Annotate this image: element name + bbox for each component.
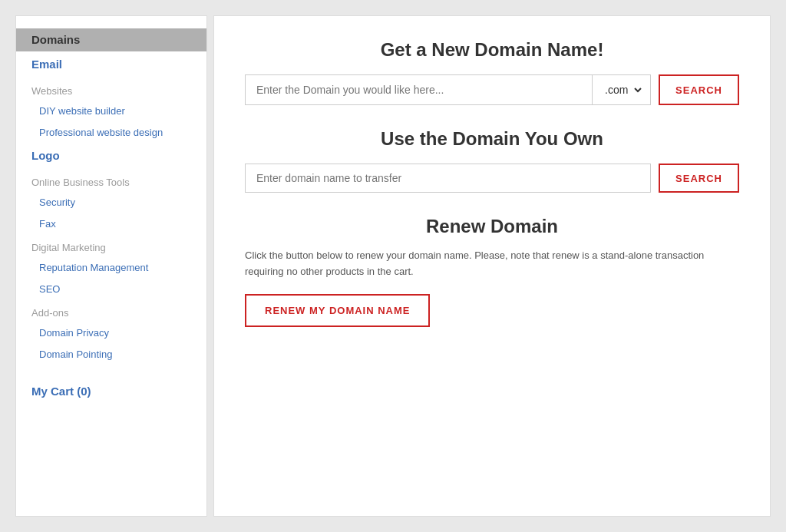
sidebar-link-domain-privacy[interactable]: Domain Privacy: [39, 327, 109, 339]
transfer-domain-section: Use the Domain You Own SEARCH: [245, 128, 739, 193]
sidebar-item-security[interactable]: Security: [16, 191, 206, 213]
sidebar-link-seo[interactable]: SEO: [39, 283, 60, 295]
transfer-domain-search-button[interactable]: SEARCH: [659, 164, 739, 193]
sidebar-item-seo[interactable]: SEO: [16, 278, 206, 299]
sidebar: Domains Email Websites DIY website build…: [15, 15, 207, 517]
sidebar-link-reputation[interactable]: Reputation Management: [39, 262, 148, 273]
sidebar-item-professional-website-design[interactable]: Professional website design: [16, 121, 206, 143]
renew-domain-section: Renew Domain Click the button below to r…: [245, 216, 739, 327]
sidebar-item-diy-website-builder[interactable]: DIY website builder: [16, 100, 206, 121]
sidebar-item-fax[interactable]: Fax: [16, 213, 206, 234]
sidebar-link-fax[interactable]: Fax: [39, 218, 56, 230]
domain-search-input[interactable]: [246, 75, 592, 104]
domain-tld-wrapper: .com .net .org .info .biz: [592, 75, 650, 104]
sidebar-category-websites: Websites: [16, 78, 206, 100]
sidebar-category-online-business-tools: Online Business Tools: [16, 169, 206, 191]
new-domain-search-button[interactable]: SEARCH: [659, 74, 739, 105]
transfer-domain-input[interactable]: [245, 164, 651, 193]
sidebar-item-reputation-management[interactable]: Reputation Management: [16, 256, 206, 278]
renew-domain-button[interactable]: RENEW MY DOMAIN NAME: [245, 294, 430, 327]
renew-domain-title: Renew Domain: [245, 216, 739, 237]
sidebar-link-email[interactable]: Email: [31, 58, 62, 71]
sidebar-item-label: Domains: [31, 33, 80, 46]
new-domain-search-row: .com .net .org .info .biz SEARCH: [245, 74, 739, 105]
sidebar-link-cart[interactable]: My Cart (0): [31, 385, 91, 398]
new-domain-section: Get a New Domain Name! .com .net .org .i…: [245, 39, 739, 105]
domain-tld-select[interactable]: .com .net .org .info .biz: [599, 75, 644, 104]
renew-domain-description: Click the button below to renew your dom…: [245, 248, 739, 280]
sidebar-item-domain-pointing[interactable]: Domain Pointing: [16, 343, 206, 365]
sidebar-link-diy[interactable]: DIY website builder: [39, 105, 125, 117]
transfer-domain-title: Use the Domain You Own: [245, 128, 739, 150]
sidebar-category-digital-marketing: Digital Marketing: [16, 234, 206, 256]
sidebar-item-domains[interactable]: Domains: [16, 28, 206, 51]
sidebar-item-cart[interactable]: My Cart (0): [16, 377, 206, 406]
sidebar-link-security[interactable]: Security: [39, 197, 75, 208]
domain-input-wrapper: .com .net .org .info .biz: [245, 74, 651, 105]
sidebar-item-email[interactable]: Email: [16, 51, 206, 78]
transfer-search-row: SEARCH: [245, 164, 739, 193]
sidebar-item-domain-privacy[interactable]: Domain Privacy: [16, 322, 206, 343]
sidebar-link-domain-pointing[interactable]: Domain Pointing: [39, 349, 112, 360]
sidebar-link-professional[interactable]: Professional website design: [39, 127, 163, 138]
main-content: Get a New Domain Name! .com .net .org .i…: [213, 15, 771, 517]
sidebar-link-logo[interactable]: Logo: [31, 149, 60, 162]
new-domain-title: Get a New Domain Name!: [245, 39, 739, 61]
sidebar-category-add-ons: Add-ons: [16, 299, 206, 322]
sidebar-item-logo[interactable]: Logo: [16, 143, 206, 169]
